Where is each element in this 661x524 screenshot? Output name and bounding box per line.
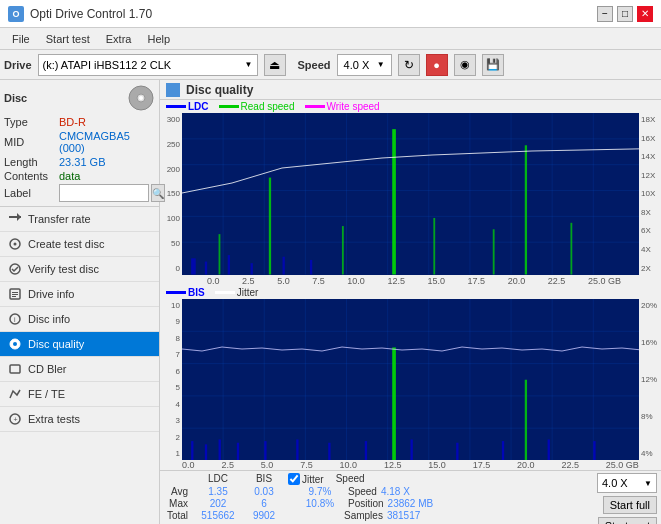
svg-point-6 <box>14 243 17 246</box>
legend-write-speed: Write speed <box>305 101 380 112</box>
svg-rect-39 <box>310 260 312 275</box>
lower-y-axis-left: 10 9 8 7 6 5 4 3 2 1 <box>160 299 182 461</box>
write-speed-color-swatch <box>305 105 325 108</box>
start-part-button[interactable]: Start part <box>598 517 657 524</box>
lower-chart-svg <box>182 299 639 461</box>
chevron-down-icon-stats: ▼ <box>644 479 652 488</box>
chevron-down-icon: ▼ <box>245 60 253 69</box>
app-title: Opti Drive Control 1.70 <box>30 7 152 21</box>
refresh-icon[interactable]: ↻ <box>398 54 420 76</box>
sidebar-item-create-test-disc[interactable]: Create test disc <box>0 232 159 257</box>
sidebar: Disc Type BD-R MID CMCMAGBA5 (000) Lengt… <box>0 80 160 524</box>
total-bis-value: 9902 <box>244 510 284 521</box>
ldc-color-swatch <box>166 105 186 108</box>
disc-quality-title: Disc quality <box>186 83 253 97</box>
sidebar-item-extra-tests[interactable]: + Extra tests <box>0 407 159 432</box>
sidebar-item-transfer-rate[interactable]: Transfer rate <box>0 207 159 232</box>
sidebar-item-drive-info[interactable]: Drive info <box>0 282 159 307</box>
svg-rect-16 <box>10 365 20 373</box>
max-ldc-value: 202 <box>192 498 244 509</box>
sidebar-item-verify-test-disc[interactable]: Verify test disc <box>0 257 159 282</box>
menu-file[interactable]: File <box>4 31 38 47</box>
stats-right-controls: 4.0 X ▼ Start full Start part <box>597 473 657 524</box>
disc-quality-header: Disc quality <box>160 80 661 100</box>
samples-value: 381517 <box>387 510 420 521</box>
jitter-col-header: Jitter <box>302 474 324 485</box>
label-input[interactable] <box>59 184 149 202</box>
total-row: Total 515662 9902 Samples 381517 <box>164 510 589 521</box>
drive-select[interactable]: (k:) ATAPI iHBS112 2 CLK ▼ <box>38 54 258 76</box>
svg-text:+: + <box>14 416 18 423</box>
svg-rect-42 <box>525 145 527 274</box>
svg-rect-10 <box>12 294 18 295</box>
svg-rect-70 <box>411 439 413 460</box>
svg-rect-37 <box>251 263 253 274</box>
svg-rect-68 <box>328 442 330 460</box>
disc-info-icon: i <box>8 312 22 326</box>
menu-start-test[interactable]: Start test <box>38 31 98 47</box>
svg-text:i: i <box>14 316 16 323</box>
eject-button[interactable]: ⏏ <box>264 54 286 76</box>
menu-help[interactable]: Help <box>139 31 178 47</box>
title-controls: − □ ✕ <box>597 6 653 22</box>
svg-rect-38 <box>283 257 285 275</box>
total-row-label: Total <box>164 510 192 521</box>
avg-bis-value: 0.03 <box>244 486 284 497</box>
stats-col-headers: LDC BIS Jitter Speed <box>192 473 589 485</box>
avg-row-label: Avg <box>164 486 192 497</box>
chevron-down-icon-speed: ▼ <box>377 60 385 69</box>
speed-dropdown[interactable]: 4.0 X ▼ <box>597 473 657 493</box>
maximize-button[interactable]: □ <box>617 6 633 22</box>
disc-quality-header-icon <box>166 83 180 97</box>
svg-rect-47 <box>570 223 572 275</box>
svg-rect-63 <box>205 444 207 460</box>
minimize-button[interactable]: − <box>597 6 613 22</box>
svg-point-15 <box>13 342 17 346</box>
sidebar-item-cd-bler[interactable]: CD Bler <box>0 357 159 382</box>
save-icon[interactable]: 💾 <box>482 54 504 76</box>
lower-y-axis-right: 20% 16% 12% 8% 4% <box>639 299 661 461</box>
menu-extra[interactable]: Extra <box>98 31 140 47</box>
length-label: Length <box>4 156 59 168</box>
transfer-rate-icon <box>8 212 22 226</box>
svg-rect-71 <box>456 442 458 460</box>
disc2-icon[interactable]: ◉ <box>454 54 476 76</box>
jitter-checkbox[interactable] <box>288 473 300 485</box>
sidebar-item-fe-te[interactable]: FE / TE <box>0 382 159 407</box>
sidebar-item-disc-quality[interactable]: Disc quality <box>0 332 159 357</box>
type-label: Type <box>4 116 59 128</box>
main-content: Disc Type BD-R MID CMCMAGBA5 (000) Lengt… <box>0 80 661 524</box>
fe-te-label: FE / TE <box>28 388 65 400</box>
sidebar-nav: Transfer rate Create test disc Verify te… <box>0 207 159 524</box>
drive-select-value: (k:) ATAPI iHBS112 2 CLK <box>43 59 172 71</box>
close-button[interactable]: ✕ <box>637 6 653 22</box>
samples-label-stats: Samples <box>344 510 383 521</box>
max-jitter-value: 10.8% <box>300 498 340 509</box>
speed-col-header: Speed <box>336 473 365 485</box>
svg-rect-34 <box>191 258 196 274</box>
svg-rect-35 <box>205 262 207 275</box>
total-ldc-value: 515662 <box>192 510 244 521</box>
disc-mid-row: MID CMCMAGBA5 (000) <box>4 130 155 154</box>
max-bis-value: 6 <box>244 498 284 509</box>
jitter-legend-label: Jitter <box>237 287 259 298</box>
disc-icon[interactable]: ● <box>426 54 448 76</box>
avg-speed-value: 4.18 X <box>381 486 410 497</box>
sidebar-item-disc-info[interactable]: i Disc info <box>0 307 159 332</box>
start-full-button[interactable]: Start full <box>603 496 657 514</box>
disc-section: Disc Type BD-R MID CMCMAGBA5 (000) Lengt… <box>0 80 159 207</box>
svg-rect-43 <box>219 234 221 274</box>
upper-chart-svg <box>182 113 639 275</box>
menu-bar: File Start test Extra Help <box>0 28 661 50</box>
disc-info-label: Disc info <box>28 313 70 325</box>
mid-label: MID <box>4 136 59 148</box>
disc-type-row: Type BD-R <box>4 116 155 128</box>
ldc-legend-label: LDC <box>188 101 209 112</box>
label-label: Label <box>4 187 59 199</box>
svg-marker-4 <box>17 213 21 221</box>
contents-value: data <box>59 170 80 182</box>
avg-row: Avg 1.35 0.03 9.7% Speed 4.18 X <box>164 486 589 497</box>
create-disc-icon <box>8 237 22 251</box>
speed-select[interactable]: 4.0 X ▼ <box>337 54 392 76</box>
svg-rect-9 <box>12 292 18 293</box>
